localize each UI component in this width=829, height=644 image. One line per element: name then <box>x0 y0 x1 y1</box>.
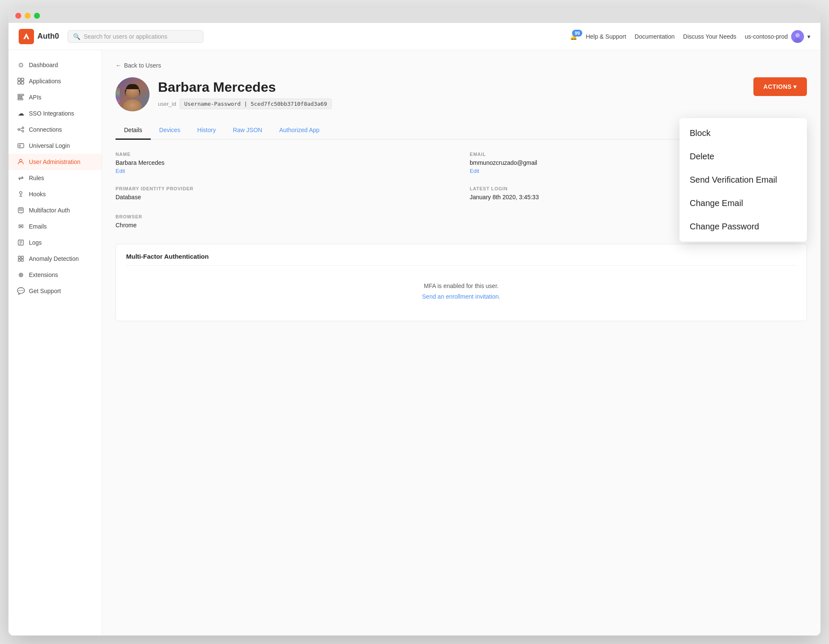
sidebar-label-dashboard: Dashboard <box>29 62 58 68</box>
svg-rect-9 <box>18 96 22 98</box>
sidebar-item-mfa[interactable]: Multifactor Auth <box>8 202 102 218</box>
search-placeholder: Search for users or applications <box>84 33 167 40</box>
rules-icon: ⇌ <box>17 174 25 182</box>
user-id-row: user_id Username-Password | 5ced7fc50bb3… <box>158 99 745 109</box>
tab-history[interactable]: History <box>189 121 225 140</box>
svg-rect-23 <box>22 209 23 209</box>
sso-icon: ☁ <box>17 110 25 117</box>
tenant-selector[interactable]: us-contoso-prod ▾ <box>745 30 810 43</box>
logo-text: Auth0 <box>37 32 59 41</box>
minimize-button[interactable] <box>25 13 31 19</box>
sidebar-label-emails: Emails <box>29 223 47 230</box>
window-chrome <box>8 8 821 23</box>
documentation-link[interactable]: Documentation <box>634 33 674 40</box>
dropdown-item-change-email[interactable]: Change Email <box>680 192 807 215</box>
svg-line-15 <box>20 130 22 131</box>
sidebar-label-applications: Applications <box>29 78 61 85</box>
sidebar-label-hooks: Hooks <box>29 191 46 198</box>
back-arrow-icon: ← <box>116 62 121 69</box>
svg-point-12 <box>22 127 24 129</box>
back-link[interactable]: ← Back to Users <box>116 62 807 69</box>
mfa-enrollment-link[interactable]: Send an enrollment invitation. <box>422 293 500 300</box>
browser-label: BROWSER <box>116 214 453 219</box>
browser-value: Chrome <box>116 222 453 229</box>
logo[interactable]: Auth0 <box>19 29 59 44</box>
sidebar-item-applications[interactable]: Applications <box>8 73 102 89</box>
user-admin-icon <box>17 158 25 166</box>
mfa-icon <box>17 206 25 214</box>
help-support-link[interactable]: Help & Support <box>586 33 626 40</box>
svg-rect-10 <box>18 99 23 100</box>
name-edit[interactable]: Edit <box>116 168 453 174</box>
sidebar-item-apis[interactable]: APIs <box>8 89 102 105</box>
sidebar-item-support[interactable]: 💬 Get Support <box>8 283 102 299</box>
notification-bell[interactable]: 🔔 99 <box>570 33 577 40</box>
search-icon: 🔍 <box>73 33 80 40</box>
svg-rect-17 <box>19 145 20 147</box>
tab-devices[interactable]: Devices <box>151 121 189 140</box>
logs-icon <box>17 239 25 246</box>
main-layout: ⊙ Dashboard Applications <box>8 50 821 636</box>
svg-point-13 <box>22 130 24 132</box>
back-link-text: Back to Users <box>124 62 161 69</box>
navbar: Auth0 🔍 Search for users or applications… <box>8 23 821 50</box>
maximize-button[interactable] <box>34 13 40 19</box>
sidebar-item-emails[interactable]: ✉ Emails <box>8 218 102 234</box>
name-value: Barbara Mercedes <box>116 159 453 166</box>
sidebar-item-extensions[interactable]: ⊕ Extensions <box>8 267 102 283</box>
actions-dropdown: Block Delete Send Verification Email Cha… <box>680 118 807 242</box>
tenant-chevron: ▾ <box>807 33 810 40</box>
universal-login-icon <box>17 142 25 150</box>
applications-icon <box>17 77 25 85</box>
sidebar-label-sso: SSO Integrations <box>29 110 74 117</box>
notification-badge: 99 <box>572 30 582 37</box>
dropdown-item-send-verification[interactable]: Send Verification Email <box>680 168 807 192</box>
svg-rect-21 <box>19 209 20 209</box>
sidebar-item-hooks[interactable]: Hooks <box>8 186 102 202</box>
sidebar-label-connections: Connections <box>29 126 62 133</box>
dropdown-item-block[interactable]: Block <box>680 121 807 145</box>
svg-point-11 <box>18 129 20 130</box>
sidebar-label-mfa: Multifactor Auth <box>29 207 70 214</box>
sidebar-item-dashboard[interactable]: ⊙ Dashboard <box>8 57 102 73</box>
sidebar-item-connections[interactable]: Connections <box>8 121 102 138</box>
main-content: ← Back to Users <box>102 50 821 636</box>
svg-rect-16 <box>18 144 24 148</box>
sidebar-label-apis: APIs <box>29 94 42 101</box>
tab-raw-json[interactable]: Raw JSON <box>224 121 271 140</box>
sidebar-label-extensions: Extensions <box>29 271 58 278</box>
mfa-enrollment-text[interactable]: Send an enrollment invitation. <box>136 291 786 302</box>
sidebar-label-anomaly: Anomaly Detection <box>29 255 79 262</box>
sidebar-item-logs[interactable]: Logs <box>8 234 102 251</box>
user-avatar <box>116 77 149 111</box>
dashboard-icon: ⊙ <box>17 61 25 69</box>
svg-line-14 <box>20 128 22 129</box>
svg-rect-26 <box>22 210 23 211</box>
apis-icon <box>17 93 25 101</box>
actions-button[interactable]: ACTIONS ▾ <box>753 77 807 96</box>
sidebar-item-user-admin[interactable]: User Administration <box>8 154 102 170</box>
svg-rect-25 <box>20 210 21 211</box>
sidebar-item-anomaly[interactable]: Anomaly Detection <box>8 251 102 267</box>
mfa-enabled-text: MFA is enabled for this user. <box>136 281 786 291</box>
tab-details[interactable]: Details <box>116 121 151 140</box>
provider-value: Database <box>116 194 453 201</box>
dropdown-item-delete[interactable]: Delete <box>680 145 807 168</box>
sidebar-item-universal-login[interactable]: Universal Login <box>8 138 102 154</box>
avatar <box>791 30 804 43</box>
discuss-needs-link[interactable]: Discuss Your Needs <box>683 33 736 40</box>
user-avatar-image <box>116 77 149 111</box>
sidebar-item-rules[interactable]: ⇌ Rules <box>8 170 102 186</box>
name-group: NAME Barbara Mercedes Edit <box>116 152 453 174</box>
dropdown-item-change-password[interactable]: Change Password <box>680 215 807 238</box>
svg-point-0 <box>25 35 27 37</box>
hooks-icon <box>17 190 25 198</box>
sidebar-label-rules: Rules <box>29 175 44 181</box>
name-label: NAME <box>116 152 453 157</box>
tab-authorized-app[interactable]: Authorized App <box>271 121 328 140</box>
provider-group: PRIMARY IDENTITY PROVIDER Database <box>116 186 453 202</box>
search-bar[interactable]: 🔍 Search for users or applications <box>68 30 203 43</box>
svg-rect-22 <box>20 209 21 209</box>
close-button[interactable] <box>15 13 21 19</box>
sidebar-item-sso[interactable]: ☁ SSO Integrations <box>8 105 102 121</box>
